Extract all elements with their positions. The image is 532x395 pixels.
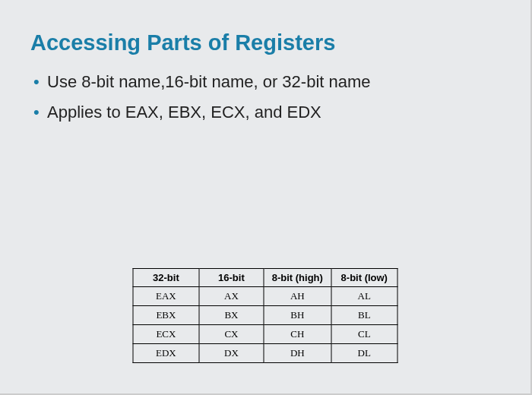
slide-title: Accessing Parts of Registers (30, 30, 500, 55)
cell: CH (264, 325, 331, 344)
bullet-item: Use 8-bit name,16-bit name, or 32-bit na… (33, 72, 500, 92)
table-row: ECX CX CH CL (133, 325, 397, 344)
table-row: EBX BX BH BL (133, 306, 397, 325)
cell: CX (199, 325, 264, 344)
col-8bit-high: 8-bit (high) (264, 269, 331, 287)
cell: DL (331, 344, 397, 363)
col-8bit-low: 8-bit (low) (331, 269, 397, 287)
cell: AL (331, 287, 397, 306)
col-16bit: 16-bit (199, 269, 264, 287)
cell: BX (199, 306, 264, 325)
col-32bit: 32-bit (133, 269, 199, 287)
table-row: EAX AX AH AL (133, 287, 397, 306)
cell: EBX (133, 306, 199, 325)
bullet-item: Applies to EAX, EBX, ECX, and EDX (33, 103, 500, 122)
cell: EDX (133, 344, 199, 363)
cell: ECX (133, 325, 199, 344)
table-header-row: 32-bit 16-bit 8-bit (high) 8-bit (low) (133, 269, 397, 287)
cell: BH (264, 306, 331, 325)
cell: EAX (133, 287, 199, 306)
cell: AH (264, 287, 331, 306)
cell: DX (199, 344, 264, 363)
cell: CL (331, 325, 397, 344)
register-table: 32-bit 16-bit 8-bit (high) 8-bit (low) E… (133, 268, 398, 363)
cell: BL (331, 306, 397, 325)
cell: DH (264, 344, 331, 363)
table-row: EDX DX DH DL (133, 344, 397, 363)
cell: AX (199, 287, 264, 306)
bullet-list: Use 8-bit name,16-bit name, or 32-bit na… (33, 72, 500, 122)
register-table-container: 32-bit 16-bit 8-bit (high) 8-bit (low) E… (133, 268, 398, 363)
